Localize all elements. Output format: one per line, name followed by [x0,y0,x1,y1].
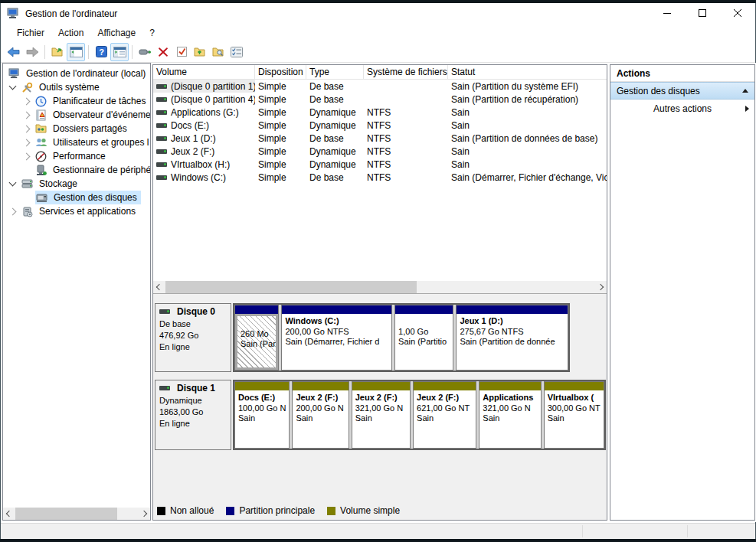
help-icon[interactable]: ? [92,43,110,61]
actions-item-autres-actions[interactable]: Autres actions [610,100,754,117]
scroll-left-icon[interactable] [153,281,165,293]
tree-horizontal-scrollbar[interactable] [3,508,150,520]
column-header-systeme-fichiers[interactable]: Système de fichiers [364,65,448,79]
task-scheduler-icon [34,95,47,107]
menu-fichier[interactable]: Fichier [10,25,51,41]
delete-icon[interactable] [154,43,172,61]
disk-size: 1863,00 Go [159,406,227,418]
partition-1go[interactable]: 1,00 GoSain (Partitio [394,305,453,371]
scrollbar-thumb[interactable] [165,281,417,293]
disk-icon [159,386,170,390]
tree-item-planificateur[interactable]: Planificateur de tâches [3,94,150,108]
actions-group-gestion-des-disques[interactable]: Gestion des disques [610,82,754,100]
console-tree-icon[interactable] [67,43,85,61]
folder-export-icon[interactable] [48,43,67,61]
device-icon[interactable] [136,43,154,61]
expand-icon[interactable] [745,106,749,112]
tree-item-utilisateurs[interactable]: Utilisateurs et groupes l [3,136,150,149]
users-icon [34,136,47,149]
disk-label-disque-0[interactable]: Disque 0 De base 476,92 Go En ligne [155,303,231,372]
table-row[interactable]: Jeux 2 (F:) Simple Dynamique NTFS Sain [153,145,607,158]
volume-virtualbox-h[interactable]: VIrtualbox (300,00 Go NTSain [544,381,604,449]
primary-partition-bar [235,305,278,314]
volume-list-horizontal-scrollbar[interactable] [153,281,607,293]
volumes-disque-1: Docs (E:)100,00 Go NSain Jeux 2 (F:)200,… [233,380,606,450]
simple-volume-bar [545,382,604,390]
tree-item-root[interactable]: Gestion de l'ordinateur (local) [3,67,150,80]
tree-item-observateur[interactable]: Observateur d'événeme [3,108,150,122]
collapse-icon[interactable] [742,89,748,93]
chevron-right-icon[interactable] [9,207,17,215]
statusbar-divider [582,525,583,537]
chevron-right-icon[interactable] [23,152,31,160]
maximize-button[interactable] [685,3,720,24]
table-row[interactable]: Jeux 1 (D:) Simple De base NTFS Sain (Pa… [153,132,607,145]
partition-windows-c[interactable]: Windows (C:)200,00 Go NTFSSain (Démarrer… [281,305,392,371]
back-icon[interactable] [5,43,23,61]
menu-action[interactable]: Action [51,25,90,41]
device-manager-icon [34,164,47,176]
simple-volume-bar [352,382,410,390]
tree-item-gestionnaire-peripheriques[interactable]: Gestionnaire de périphé [3,163,150,177]
column-header-volume[interactable]: Volume [153,65,255,79]
chevron-down-icon[interactable] [9,83,17,90]
volume-icon [156,175,167,180]
chevron-right-icon[interactable] [23,111,31,119]
simple-volume-bar [414,382,476,390]
scroll-right-icon[interactable] [594,281,607,293]
volume-list-header: Volume Disposition Type Système de fichi… [153,65,607,80]
tree-item-services-applications[interactable]: Services et applications [3,204,150,218]
menubar: Fichier Action Affichage ? [1,24,755,41]
menu-help[interactable]: ? [142,25,162,41]
tree-item-label: Planificateur de tâches [51,95,148,107]
folder-search-icon[interactable] [209,43,227,61]
volume-docs-e[interactable]: Docs (E:)100,00 Go NSain [234,381,290,449]
volume-icon [156,84,167,89]
volume-jeux2-f-2[interactable]: Jeux 2 (F:)321,00 Go NSain [352,381,411,449]
table-row[interactable]: (Disque 0 partition 4) Simple De base Sa… [153,93,607,106]
volume-jeux2-f-3[interactable]: Jeux 2 (F:)621,00 Go NTSain [413,381,476,449]
tree-item-gestion-des-disques[interactable]: Gestion des disques [3,191,150,204]
partition-efi-260mo[interactable]: 260 MoSain (Part [234,305,279,371]
disk-label-disque-1[interactable]: Disque 1 Dynamique 1863,00 Go En ligne [155,380,231,450]
close-button[interactable] [720,3,755,24]
chevron-right-icon[interactable] [23,125,31,132]
chevron-down-icon[interactable] [9,179,17,187]
chevron-right-icon[interactable] [23,139,31,146]
table-row[interactable]: Windows (C:) Simple De base NTFS Sain (D… [153,171,607,184]
menu-affichage[interactable]: Affichage [90,25,142,41]
column-header-disposition[interactable]: Disposition [255,65,306,79]
action-pane-icon[interactable] [110,43,129,61]
table-row[interactable]: VIrtualbox (H:) Simple Dynamique NTFS Sa… [153,158,607,171]
forward-icon[interactable] [23,43,41,61]
legend-item-volume-simple: Volume simple [327,505,400,516]
chevron-right-icon[interactable] [23,97,31,105]
tree-item-outils-systeme[interactable]: Outils système [3,80,150,94]
simple-volume-bar [479,382,540,390]
tree-item-stockage[interactable]: Stockage [3,177,150,191]
scrollbar-thumb[interactable] [15,508,117,520]
volume-applications-g[interactable]: Applications321,00 Go NSain [479,381,541,449]
table-row[interactable]: (Disque 0 partition 1) Simple De base Sa… [153,80,607,93]
system-tools-icon [21,81,34,93]
table-row[interactable]: Applications (G:) Simple Dynamique NTFS … [153,106,607,119]
scroll-right-icon[interactable] [138,508,150,520]
partition-jeux1-d[interactable]: Jeux 1 (D:)275,67 Go NTFSSain (Partition… [456,305,568,371]
tree-item-dossiers-partages[interactable]: Dossiers partagés [3,122,150,136]
tree-item-performance[interactable]: Performance [3,149,150,163]
minimize-button[interactable] [650,3,685,24]
volume-icon [156,162,167,167]
table-row[interactable]: Docs (E:) Simple Dynamique NTFS Sain [153,119,607,132]
volume-jeux2-f-1[interactable]: Jeux 2 (F:)200,00 Go NSain [292,381,349,449]
statusbar-divider [687,525,688,537]
tree-item-label: Observateur d'événeme [51,109,150,121]
event-viewer-icon [34,109,47,121]
column-header-type[interactable]: Type [306,65,364,79]
check-doc-icon[interactable] [172,43,191,61]
computer-management-icon [7,8,20,19]
column-header-statut[interactable]: Statut [448,65,607,79]
folder-up-icon[interactable] [191,43,209,61]
properties-icon[interactable] [227,43,246,61]
actions-panel-title: Actions [610,65,754,82]
scroll-left-icon[interactable] [3,508,15,520]
